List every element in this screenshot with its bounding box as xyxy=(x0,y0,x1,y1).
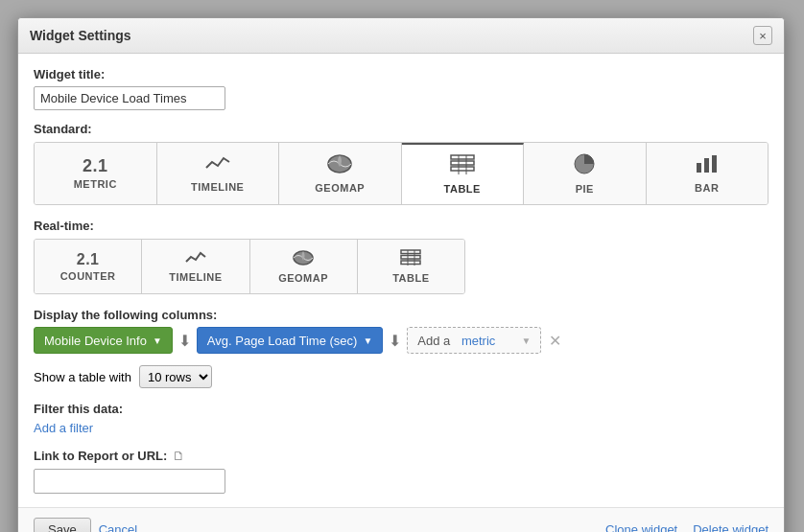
timeline-rt-label: TIMELINE xyxy=(169,271,222,283)
metric-icon: 2.1 xyxy=(83,157,108,174)
pie-icon xyxy=(573,152,596,179)
timeline-rt-icon xyxy=(184,250,207,268)
standard-label: Standard: xyxy=(34,122,769,136)
link-row: Link to Report or URL: 🗋 xyxy=(34,449,769,463)
columns-row: Mobile Device Info ▼ ⬇ Avg. Page Load Ti… xyxy=(34,327,769,354)
footer-right: Clone widget Delete widget xyxy=(605,522,769,532)
standard-type-geomap[interactable]: GEOMAP xyxy=(279,143,402,204)
link-section: Link to Report or URL: 🗋 xyxy=(34,449,769,494)
svg-rect-12 xyxy=(401,256,420,260)
table-label: TABLE xyxy=(444,183,481,195)
table-rt-label: TABLE xyxy=(392,272,429,284)
clone-widget-link[interactable]: Clone widget xyxy=(605,522,677,532)
svg-rect-8 xyxy=(704,158,709,173)
counter-label: COUNTER xyxy=(60,270,116,282)
pie-label: PIE xyxy=(576,183,594,195)
modal-footer: Save Cancel Clone widget Delete widget xyxy=(18,507,784,532)
delete-widget-link[interactable]: Delete widget xyxy=(693,522,769,532)
realtime-type-geomap[interactable]: GEOMAP xyxy=(250,240,358,293)
info-icon: 🗋 xyxy=(173,449,185,463)
geomap-rt-icon xyxy=(292,249,315,269)
bar-icon xyxy=(695,153,720,178)
remove-metric-button[interactable]: ✕ xyxy=(547,332,563,350)
svg-rect-1 xyxy=(451,155,474,159)
standard-type-metric[interactable]: 2.1 METRIC xyxy=(35,143,157,204)
rows-row: Show a table with 10 rows 25 rows 50 row… xyxy=(34,365,769,388)
bar-label: BAR xyxy=(695,182,719,194)
realtime-type-timeline[interactable]: TIMELINE xyxy=(142,240,249,293)
counter-icon: 2.1 xyxy=(77,252,100,267)
cancel-link[interactable]: Cancel xyxy=(99,522,137,532)
metric-dropdown-label: Avg. Page Load Time (sec) xyxy=(207,334,358,348)
modal-body: Widget title: Standard: 2.1 METRIC TIMEL… xyxy=(18,54,784,507)
realtime-type-table[interactable]: TABLE xyxy=(358,240,464,293)
save-button[interactable]: Save xyxy=(34,518,91,532)
geomap-icon xyxy=(326,153,353,178)
link-label: Link to Report or URL: xyxy=(34,449,167,463)
link-input[interactable] xyxy=(34,469,225,494)
add-metric-arrow: ▼ xyxy=(521,335,531,346)
geomap-label: GEOMAP xyxy=(315,182,365,194)
standard-type-bar[interactable]: BAR xyxy=(647,143,769,204)
add-metric-dropdown[interactable]: Add a metric ▼ xyxy=(407,327,541,354)
svg-rect-11 xyxy=(401,250,420,254)
timeline-label: TIMELINE xyxy=(191,181,244,193)
columns-label: Display the following columns: xyxy=(34,308,769,322)
standard-type-table[interactable]: TABLE xyxy=(402,143,525,204)
realtime-label: Real-time: xyxy=(34,219,769,233)
standard-widget-types: 2.1 METRIC TIMELINE GEOMAP xyxy=(34,142,769,205)
rows-label: Show a table with xyxy=(34,370,131,384)
table-rt-icon xyxy=(400,249,421,269)
metric-sort-icon[interactable]: ⬇ xyxy=(389,332,401,350)
rows-select[interactable]: 10 rows 25 rows 50 rows xyxy=(139,365,212,388)
svg-rect-2 xyxy=(451,161,474,165)
svg-rect-7 xyxy=(697,163,701,173)
add-metric-text: Add a xyxy=(417,334,450,348)
widget-title-label: Widget title: xyxy=(34,67,769,81)
realtime-widget-types: 2.1 COUNTER TIMELINE GEOMAP xyxy=(34,239,465,294)
modal-title: Widget Settings xyxy=(30,28,131,43)
add-filter-link[interactable]: Add a filter xyxy=(34,421,93,435)
dimension-dropdown-arrow: ▼ xyxy=(153,335,162,346)
filter-label: Filter this data: xyxy=(34,402,769,416)
timeline-icon xyxy=(204,154,231,177)
filter-section: Filter this data: Add a filter xyxy=(34,402,769,435)
realtime-type-counter[interactable]: 2.1 COUNTER xyxy=(35,240,142,293)
add-metric-link[interactable]: metric xyxy=(461,334,495,348)
close-button[interactable]: × xyxy=(753,26,772,45)
metric-dropdown-arrow: ▼ xyxy=(363,335,372,346)
dimension-dropdown-label: Mobile Device Info xyxy=(44,334,147,348)
svg-rect-9 xyxy=(712,155,717,173)
dimension-dropdown[interactable]: Mobile Device Info ▼ xyxy=(34,327,173,354)
widget-title-input[interactable] xyxy=(34,86,225,110)
metric-dropdown[interactable]: Avg. Page Load Time (sec) ▼ xyxy=(197,327,383,354)
widget-settings-modal: Widget Settings × Widget title: Standard… xyxy=(17,17,785,532)
geomap-rt-label: GEOMAP xyxy=(278,272,328,284)
metric-label: METRIC xyxy=(74,178,117,190)
footer-left: Save Cancel xyxy=(34,518,137,532)
modal-header: Widget Settings × xyxy=(18,18,784,54)
standard-type-pie[interactable]: PIE xyxy=(524,143,647,204)
svg-rect-13 xyxy=(401,261,420,265)
standard-type-timeline[interactable]: TIMELINE xyxy=(157,143,280,204)
svg-rect-3 xyxy=(451,167,474,171)
table-icon xyxy=(450,154,475,179)
dimension-sort-icon[interactable]: ⬇ xyxy=(178,332,191,350)
